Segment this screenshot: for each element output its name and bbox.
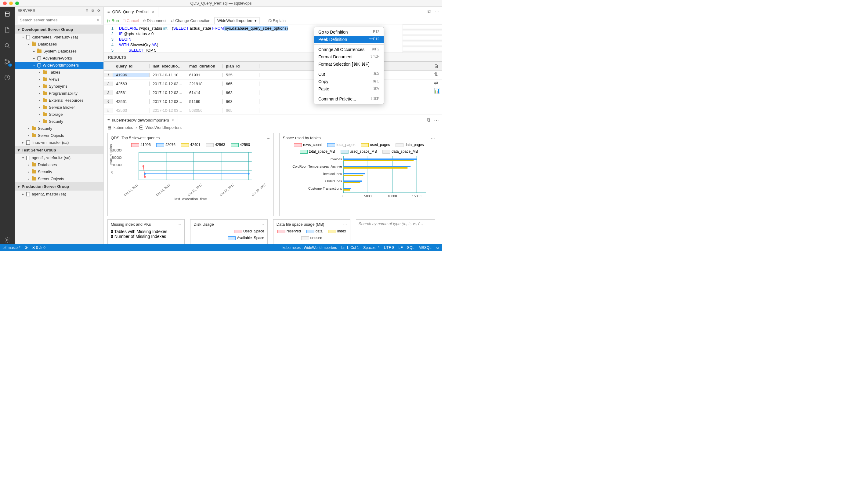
history-icon[interactable] [3, 73, 11, 82]
widget-menu-icon[interactable]: … [266, 135, 270, 140]
folder-programmability[interactable]: ▸Programmability [15, 90, 103, 97]
more-actions-icon[interactable]: ⋯ [435, 9, 440, 15]
folder-databases-t[interactable]: ▸Databases [15, 161, 103, 168]
servers-view-icon[interactable] [3, 10, 11, 18]
status-eol[interactable]: LF [399, 246, 403, 250]
svg-rect-27 [344, 160, 414, 161]
status-spaces[interactable]: Spaces: 4 [363, 246, 379, 250]
group-production[interactable]: ▾Production Server Group [15, 182, 103, 191]
ctx-copy[interactable]: Copy⌘C [314, 78, 384, 85]
folder-server-objects-t[interactable]: ▸Server Objects [15, 175, 103, 182]
ctx-paste[interactable]: Paste⌘V [314, 85, 384, 93]
clear-search-icon[interactable]: × [97, 18, 99, 22]
folder-system-databases[interactable]: ▸System Databases [15, 48, 103, 55]
server-agent1[interactable]: ▾agent1, <default> (sa) [15, 154, 103, 161]
folder-tables[interactable]: ▸Tables [15, 69, 103, 76]
cancel-button[interactable]: □ Cancel [123, 18, 139, 23]
split-dash-icon[interactable]: ⧉ [427, 117, 430, 123]
folder-server-security[interactable]: ▸Security [15, 125, 103, 132]
col-query-id[interactable]: query_id [113, 64, 150, 68]
widget-menu-icon[interactable]: … [431, 135, 435, 140]
folder-synonyms[interactable]: ▸Synonyms [15, 83, 103, 90]
widget-space-used: Space used by tables… rows_count total_p… [279, 133, 438, 216]
view-chart-icon[interactable]: ⇄ [434, 80, 440, 85]
search-servers-input[interactable] [17, 16, 101, 24]
server-search[interactable]: × [17, 16, 101, 24]
server-agent2[interactable]: ▸agent2, master (sa) [15, 191, 103, 198]
col-last-exec[interactable]: last_execution… [150, 64, 186, 68]
results-grid[interactable]: query_id last_execution… max_duration pl… [104, 62, 442, 115]
group-development[interactable]: ▾Development Server Group [15, 25, 103, 33]
run-button[interactable]: ▷ Run [107, 18, 119, 23]
ctx-command-palette[interactable]: Command Palette...⇧⌘P [314, 95, 384, 103]
folder-databases[interactable]: ▾Databases [15, 41, 103, 48]
new-connection-icon[interactable]: ⊞ [85, 8, 88, 13]
status-encoding[interactable]: UTF-8 [384, 246, 394, 250]
search-view-icon[interactable] [3, 42, 11, 50]
status-branch[interactable]: ⎇ master* [2, 246, 21, 250]
widget-menu-icon[interactable]: … [260, 221, 264, 226]
change-connection-button[interactable]: ⇄ Change Connection [170, 18, 210, 23]
database-select[interactable]: WideWorldImporters ▾ [215, 17, 259, 24]
maximize-results-icon[interactable]: 📊 [434, 88, 440, 94]
close-tab-icon[interactable]: × [152, 9, 154, 14]
server-kubernetes[interactable]: ▾kubernetes, <default> (sa) [15, 33, 103, 41]
widget-menu-icon[interactable]: … [177, 221, 181, 226]
status-language[interactable]: SQL [407, 246, 415, 250]
status-provider[interactable]: MSSQL [419, 246, 431, 250]
dashboard-search[interactable]: Search by name of type (a:, t:, v:, f… [356, 219, 435, 228]
crumb-server[interactable]: kubernetes [113, 125, 133, 130]
settings-icon[interactable] [3, 236, 11, 244]
db-adventureworks[interactable]: ▸AdventureWorks [15, 55, 103, 62]
col-max-dur[interactable]: max_duration [186, 64, 223, 68]
widget-slowest-queries: QDS: Top 5 slowest queries… 41996 42076 … [107, 133, 274, 216]
folder-external-resources[interactable]: ▸External Resources [15, 97, 103, 104]
code-editor[interactable]: 12345 DECLARE @qds_status int = (SELECT … [104, 24, 442, 52]
folder-security[interactable]: ▸Security [15, 118, 103, 125]
ctx-peek-definition[interactable]: Peek Definition⌥F12 [314, 36, 384, 43]
widget-menu-icon[interactable]: … [343, 221, 347, 226]
status-sync-icon[interactable]: ⟳ [25, 246, 28, 250]
more-dash-icon[interactable]: ⋯ [434, 117, 439, 123]
crumb-database[interactable]: WideWorldImporters [146, 125, 182, 130]
sidebar-header: SERVERS [18, 8, 35, 13]
tab-qds-query-perf[interactable]: ≡ QDS_Query_Perf.sql × [104, 7, 158, 17]
scm-view-icon[interactable]: 1 [3, 57, 11, 66]
ctx-format-doc[interactable]: Format Document⇧⌥F [314, 53, 384, 60]
svg-rect-28 [344, 166, 411, 167]
close-dash-tab-icon[interactable]: × [172, 118, 174, 122]
minimap[interactable] [402, 24, 442, 52]
ctx-cut[interactable]: Cut⌘X [314, 71, 384, 78]
status-position[interactable]: Ln 1, Col 1 [341, 246, 359, 250]
svg-rect-30 [344, 173, 365, 174]
table-row: 3425612017-10-12 03:…61414663 [104, 88, 442, 97]
server-linux-vm[interactable]: ▸linux-vm, master (sa) [15, 139, 103, 146]
col-plan-id[interactable]: plan_id [223, 64, 259, 68]
activity-bar: 1 [0, 7, 15, 244]
svg-point-19 [144, 173, 146, 175]
refresh-icon[interactable]: ⟳ [97, 8, 100, 13]
ctx-change-all[interactable]: Change All Occurrences⌘F2 [314, 46, 384, 53]
ctx-go-to-definition[interactable]: Go to DefinitionF12 [314, 28, 384, 36]
group-test[interactable]: ▾Test Server Group [15, 146, 103, 154]
folder-security-t[interactable]: ▸Security [15, 168, 103, 175]
folder-server-objects[interactable]: ▸Server Objects [15, 132, 103, 139]
svg-rect-0 [5, 12, 9, 17]
status-connection[interactable]: kubernetes : WideWorldImporters [283, 246, 337, 250]
tab-dashboard[interactable]: ≡ kubernetes:WideWorldImporters × [104, 115, 178, 125]
save-results-icon[interactable]: 🗎 [434, 64, 440, 69]
disconnect-button[interactable]: ⎋ Disconnect [143, 18, 166, 23]
export-results-icon[interactable]: ⇅ [434, 71, 440, 77]
widget-disk-usage: Disk Usage… Used_Space Available_Space [190, 219, 267, 245]
explain-button[interactable]: ⌬ Explain [268, 18, 286, 23]
new-group-icon[interactable]: ⧉ [91, 8, 94, 13]
ctx-format-sel[interactable]: Format Selection [⌘K ⌘F] [314, 60, 384, 68]
split-editor-icon[interactable]: ⧉ [428, 9, 431, 15]
status-feedback-icon[interactable]: ☺ [436, 246, 440, 250]
folder-storage[interactable]: ▸Storage [15, 111, 103, 118]
explorer-icon[interactable] [3, 26, 11, 34]
db-wideworldimporters[interactable]: ▾WideWorldImporters [15, 62, 103, 69]
folder-views[interactable]: ▸Views [15, 76, 103, 83]
folder-service-broker[interactable]: ▸Service Broker [15, 104, 103, 111]
status-problems[interactable]: ✖ 0 ⚠ 0 [32, 246, 46, 250]
